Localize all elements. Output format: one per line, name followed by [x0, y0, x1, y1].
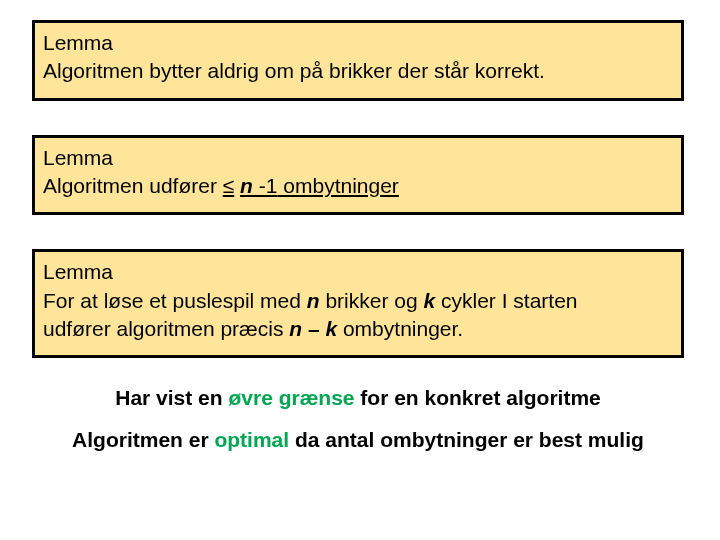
conclusion-line-2: Algoritmen er optimal da antal ombytning…	[32, 428, 684, 452]
variable-n: n	[307, 289, 320, 312]
text: Algoritmen er	[72, 428, 214, 451]
text: For at løse et puslespil med	[43, 289, 307, 312]
leq-symbol: ≤	[223, 174, 235, 197]
lemma-title: Lemma	[43, 258, 673, 286]
text: brikker og	[320, 289, 424, 312]
lemma-body-line1: For at løse et puslespil med n brikker o…	[43, 287, 673, 315]
text: -1	[253, 174, 278, 197]
lemma-body: Algoritmen udfører ≤ n -1 ombytninger	[43, 172, 673, 200]
variable-k: k	[423, 289, 435, 312]
slide-page: Lemma Algoritmen bytter aldrig om på bri…	[0, 0, 720, 452]
text: cykler I starten	[435, 289, 577, 312]
lemma-body: Algoritmen bytter aldrig om på brikker d…	[43, 57, 673, 85]
expression-n-minus-k: n – k	[289, 317, 337, 340]
variable-n: n	[240, 174, 253, 197]
conclusion-line-1: Har vist en øvre grænse for en konkret a…	[32, 386, 684, 410]
text: ombytninger.	[337, 317, 463, 340]
text: for en konkret algoritme	[355, 386, 601, 409]
lemma-box-3: Lemma For at løse et puslespil med n bri…	[32, 249, 684, 358]
text: ombytninger	[277, 174, 398, 197]
lemma-title: Lemma	[43, 144, 673, 172]
text: Har vist en	[115, 386, 228, 409]
text: Algoritmen udfører	[43, 174, 223, 197]
text: da antal ombytninger er best mulig	[289, 428, 644, 451]
lemma-title: Lemma	[43, 29, 673, 57]
lemma-box-2: Lemma Algoritmen udfører ≤ n -1 ombytnin…	[32, 135, 684, 216]
text: udfører algoritmen præcis	[43, 317, 289, 340]
highlight-upper-bound: øvre grænse	[228, 386, 354, 409]
lemma-box-1: Lemma Algoritmen bytter aldrig om på bri…	[32, 20, 684, 101]
highlight-optimal: optimal	[214, 428, 289, 451]
conclusion: Har vist en øvre grænse for en konkret a…	[32, 386, 684, 452]
lemma-body-line2: udfører algoritmen præcis n – k ombytnin…	[43, 315, 673, 343]
